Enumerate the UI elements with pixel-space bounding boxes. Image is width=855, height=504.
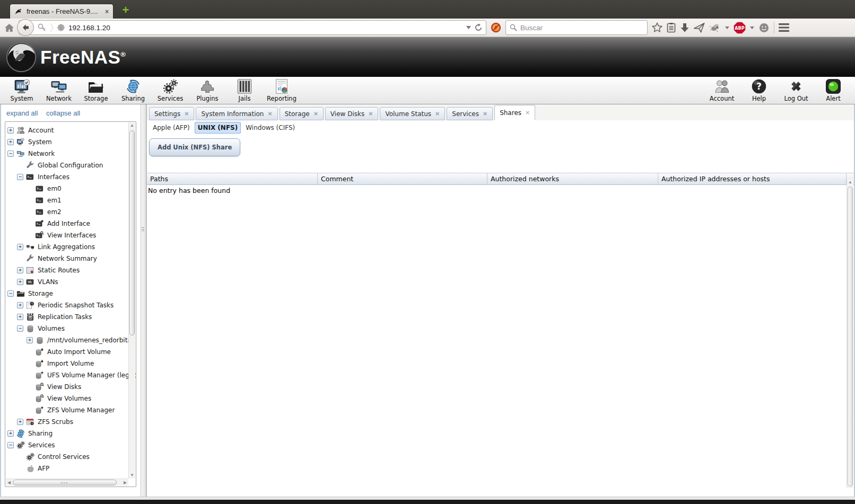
toolbar-item-alert[interactable]: Alert — [815, 77, 852, 104]
adblock-icon[interactable]: ABP — [734, 22, 746, 34]
subtab-unix-nfs[interactable]: UNIX (NFS) — [195, 122, 241, 134]
expand-toggle-icon[interactable]: + — [17, 314, 23, 320]
bookmarks-list-icon[interactable] — [667, 22, 676, 33]
toolbar-item-services[interactable]: Services — [152, 77, 189, 104]
expand-all-link[interactable]: expand all — [6, 109, 38, 117]
scroll-right-icon[interactable]: ▶ — [122, 479, 128, 486]
bug-addon-icon[interactable] — [709, 23, 721, 32]
scroll-down-icon[interactable]: ▼ — [129, 472, 135, 479]
column-header-authorized-networks[interactable]: Authorized networks — [487, 173, 658, 184]
tree-item-replication-tasks[interactable]: +Replication Tasks — [5, 311, 136, 323]
url-bar[interactable]: 192.168.1.20 — [19, 20, 486, 35]
adblock-dropdown-caret-icon[interactable] — [750, 26, 754, 29]
add-nfs-share-button[interactable]: Add Unix (NFS) Share — [149, 138, 240, 156]
toolbar-item-network[interactable]: Network — [40, 77, 77, 104]
tab-storage[interactable]: Storage× — [280, 107, 324, 120]
browser-tab[interactable]: freenas - FreeNAS-9.... × — [10, 4, 114, 19]
splitter-grip-icon[interactable] — [142, 226, 144, 232]
collapse-toggle-icon[interactable]: − — [7, 151, 14, 157]
toolbar-item-storage[interactable]: Storage — [77, 77, 115, 104]
back-button[interactable] — [17, 19, 34, 36]
tab-shares[interactable]: Shares× — [494, 105, 535, 120]
expand-toggle-icon[interactable]: + — [17, 419, 23, 425]
tree-item-em1[interactable]: em1 — [5, 194, 136, 206]
tree-item-network[interactable]: −Network — [5, 148, 136, 160]
tree-item-storage[interactable]: −Storage — [5, 288, 136, 299]
column-header-paths[interactable]: Paths — [147, 173, 318, 184]
tree-item-em2[interactable]: em2 — [5, 206, 136, 218]
pane-splitter[interactable] — [141, 104, 146, 497]
main-vertical-scrollbar[interactable]: ▲ — [847, 179, 853, 488]
toolbar-item-help[interactable]: ?Help — [740, 77, 778, 104]
expand-toggle-icon[interactable]: + — [7, 430, 14, 437]
tree-item-view-disks[interactable]: View Disks — [5, 381, 136, 393]
tree-item-static-routes[interactable]: +Static Routes — [5, 264, 136, 276]
new-tab-button[interactable]: + — [118, 4, 134, 17]
toolbar-item-account[interactable]: Account — [703, 77, 740, 104]
toolbar-item-plugins[interactable]: Plugins — [189, 77, 226, 104]
tree-item-view-volumes[interactable]: View Volumes — [5, 393, 136, 404]
tree-item-ufs-volume-manager-legacy[interactable]: UFS Volume Manager (legacy) — [5, 369, 136, 381]
tab-close-icon[interactable]: × — [368, 110, 373, 117]
tree-item-services[interactable]: −Services — [5, 439, 136, 451]
expand-toggle-icon[interactable]: + — [7, 127, 14, 134]
tab-close-icon[interactable]: × — [105, 8, 109, 15]
collapse-toggle-icon[interactable]: − — [17, 174, 23, 180]
collapse-toggle-icon[interactable]: − — [7, 290, 14, 297]
scrollbar-thumb[interactable] — [848, 187, 853, 487]
toolbar-item-jails[interactable]: Jails — [226, 77, 263, 104]
scroll-up-icon[interactable]: ▲ — [129, 122, 135, 129]
feedback-smiley-icon[interactable] — [758, 22, 770, 33]
collapse-toggle-icon[interactable]: − — [7, 442, 14, 448]
tree-item-em0[interactable]: em0 — [5, 183, 136, 194]
collapse-toggle-icon[interactable]: − — [17, 325, 23, 332]
bookmark-star-icon[interactable] — [652, 22, 662, 33]
tab-close-icon[interactable]: × — [525, 109, 530, 116]
expand-toggle-icon[interactable]: + — [17, 244, 23, 250]
toolbar-item-log-out[interactable]: Log Out — [778, 77, 815, 104]
tree-item-interfaces[interactable]: −Interfaces — [5, 171, 136, 183]
scroll-up-icon[interactable]: ▲ — [847, 179, 853, 185]
expand-toggle-icon[interactable]: + — [7, 139, 14, 145]
tree-item-zfs-scrubs[interactable]: +ZFS Scrubs — [5, 416, 136, 428]
tree-item-control-services[interactable]: Control Services — [5, 451, 136, 463]
tree-item-zfs-volume-manager[interactable]: ZFS Volume Manager — [5, 404, 136, 416]
scroll-left-icon[interactable]: ◀ — [6, 479, 12, 486]
tab-settings[interactable]: Settings× — [149, 107, 194, 120]
bug-dropdown-caret-icon[interactable] — [725, 26, 729, 29]
tree-item-volumes[interactable]: −Volumes — [5, 323, 136, 334]
toolbar-item-system[interactable]: System — [3, 77, 40, 104]
toolbar-item-reporting[interactable]: Reporting — [263, 77, 300, 104]
tree-item-view-interfaces[interactable]: View Interfaces — [5, 229, 136, 241]
home-icon[interactable] — [4, 23, 14, 32]
subtab-windows-cifs[interactable]: Windows (CIFS) — [242, 122, 298, 134]
expand-toggle-icon[interactable]: + — [17, 302, 23, 308]
tree-item-import-volume[interactable]: Import Volume — [5, 358, 136, 369]
tree-item-periodic-snapshot-tasks[interactable]: +Periodic Snapshot Tasks — [5, 299, 136, 311]
tab-close-icon[interactable]: × — [313, 110, 318, 117]
sidebar-horizontal-scrollbar[interactable]: ◀ ••• ▶ — [6, 479, 128, 486]
tab-close-icon[interactable]: × — [483, 110, 487, 117]
flashblock-icon[interactable] — [491, 22, 501, 33]
tab-close-icon[interactable]: × — [184, 110, 189, 117]
tab-view-disks[interactable]: View Disks× — [325, 107, 379, 120]
identity-key-icon[interactable] — [37, 23, 47, 32]
scrollbar-thumb[interactable]: ••• — [13, 480, 117, 485]
toolbar-item-sharing[interactable]: Sharing — [115, 77, 152, 104]
url-dropdown-caret-icon[interactable] — [466, 26, 471, 29]
tree-item-link-aggregations[interactable]: +Link Aggregations — [5, 241, 136, 253]
sidebar-vertical-scrollbar[interactable]: ▲ ▼ — [128, 122, 135, 479]
reload-icon[interactable] — [474, 23, 483, 32]
tree-item-mnt-volumenes-redorbita[interactable]: +/mnt/volumenes_redorbita — [5, 334, 136, 346]
downloads-icon[interactable] — [680, 23, 690, 33]
search-input[interactable]: Buscar — [505, 20, 648, 35]
scrollbar-thumb[interactable] — [129, 130, 135, 335]
send-plane-icon[interactable] — [694, 23, 705, 33]
tree-item-global-configuration[interactable]: Global Configuration — [5, 160, 136, 171]
tree-item-network-summary[interactable]: Network Summary — [5, 253, 136, 264]
tab-close-icon[interactable]: × — [435, 110, 440, 117]
tab-close-icon[interactable]: × — [267, 110, 272, 117]
tab-volume-status[interactable]: Volume Status× — [380, 107, 445, 120]
collapse-all-link[interactable]: collapse all — [46, 109, 80, 117]
menu-hamburger-icon[interactable] — [779, 23, 789, 32]
